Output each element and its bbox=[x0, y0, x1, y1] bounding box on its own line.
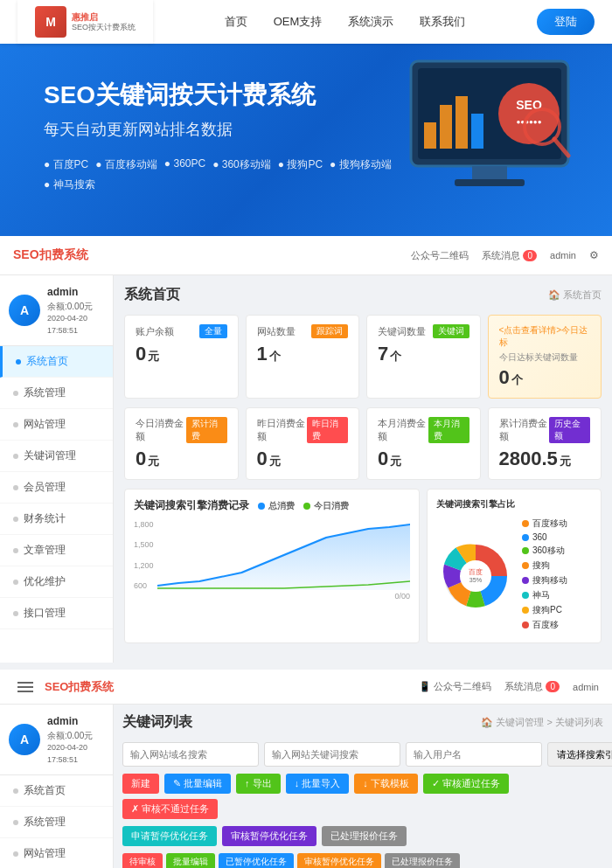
filter-batch[interactable]: 批量编辑 bbox=[166, 853, 215, 868]
menu-demo[interactable]: 系统演示 bbox=[348, 14, 393, 30]
sidebar-item-site[interactable]: 网站管理 bbox=[0, 409, 113, 441]
admin-label-2: admin bbox=[573, 682, 599, 692]
top-menu: 首页 OEM支持 系统演示 联系我们 bbox=[225, 14, 466, 30]
logo-area: M 惠推启 SEO按天计费系统 bbox=[17, 0, 153, 44]
btn-reject[interactable]: ✗ 审核不通过任务 bbox=[122, 799, 218, 819]
stat-sites: 网站数量 跟踪词 1个 bbox=[246, 315, 360, 399]
btn-approve[interactable]: ✓ 审核通过任务 bbox=[423, 774, 509, 794]
filter-pending[interactable]: 待审核 bbox=[122, 853, 163, 868]
dashboard-2: SEO扣费系统 📱 公众号二维码 系统消息 0 admin A admin 余额… bbox=[0, 670, 612, 868]
svg-text:●●●●●●: ●●●●●● bbox=[517, 118, 542, 126]
avatar-1: A bbox=[9, 295, 40, 326]
sidebar-item-member[interactable]: 会员管理 bbox=[0, 472, 113, 503]
line-chart-title: 关键词搜索引擎消费记录 总消费 今日消费 bbox=[134, 498, 410, 513]
pie-container: 百度 35% 百度移动 360 360移动 搜狗 搜狗移动 神马 搜狗PC 百度… bbox=[436, 517, 592, 634]
dash-logo-1: SEO扣费系统 bbox=[13, 247, 88, 263]
settings-icon[interactable]: ⚙ bbox=[589, 249, 599, 261]
kw-sidebar-site[interactable]: 网站管理 bbox=[0, 838, 113, 868]
dash-header-right-2: 📱 公众号二维码 系统消息 0 admin bbox=[419, 680, 599, 693]
keyword-search-input[interactable] bbox=[264, 742, 400, 767]
line-chart-svg bbox=[157, 520, 410, 590]
qr-label-2[interactable]: 📱 公众号二维码 bbox=[419, 680, 491, 693]
legend-total: 总消费 bbox=[258, 500, 295, 512]
qr-label[interactable]: 公众号二维码 bbox=[411, 249, 469, 262]
chart-area: 1,8001,5001,200600 bbox=[134, 520, 410, 590]
stat-special-label: <点击查看详情>今日达标 bbox=[499, 324, 591, 349]
top-navigation: M 惠推启 SEO按天计费系统 首页 OEM支持 系统演示 联系我们 登陆 bbox=[0, 0, 612, 44]
stat-special-value: 0个 bbox=[499, 366, 591, 389]
user-info-2: admin 余额:0.00元 2020-04-20 17:58:51 bbox=[47, 713, 104, 766]
btn-pause-opt[interactable]: 申请暂停优化任务 bbox=[122, 826, 217, 846]
stat-yesterday-cost: 昨日消费金额 昨日消费 0元 bbox=[246, 407, 360, 480]
stat-keywords: 关键词数量 关键词 7个 bbox=[366, 315, 481, 399]
btn-approve-pause[interactable]: 审核暂停优化任务 bbox=[222, 826, 316, 846]
bullet-2: 360PC bbox=[164, 157, 205, 172]
stat-today-cost: 今日消费金额 累计消费 0元 bbox=[124, 407, 239, 480]
notice-label[interactable]: 系统消息 0 bbox=[482, 249, 537, 262]
user-info-1: admin 余额:0.00元 2020-04-20 17:58:51 bbox=[47, 284, 104, 337]
dash-header-1: SEO扣费系统 公众号二维码 系统消息 0 admin ⚙ bbox=[0, 236, 612, 275]
logo-subtext: 惠推启 SEO按天计费系统 bbox=[72, 11, 136, 33]
notice-label-2[interactable]: 系统消息 0 bbox=[504, 680, 560, 693]
kw-page-title-bar: 关键词列表 🏠 关键词管理 > 关键词列表 bbox=[122, 713, 603, 732]
btn-processed-quote[interactable]: 已处理报价任务 bbox=[322, 826, 407, 846]
sidebar-item-finance[interactable]: 财务统计 bbox=[0, 503, 113, 535]
svg-rect-2 bbox=[424, 122, 436, 149]
legend-today: 今日消费 bbox=[303, 500, 349, 512]
sidebar-menu-1: 系统首页 系统管理 网站管理 关键词管理 会员管理 财务统计 文章管理 优化维护… bbox=[0, 346, 113, 629]
bullet-0: 百度PC bbox=[44, 157, 88, 172]
sidebar-item-api[interactable]: 接口管理 bbox=[0, 598, 113, 629]
btn-new[interactable]: 新建 bbox=[122, 774, 159, 794]
kw-sidebar-home[interactable]: 系统首页 bbox=[0, 775, 113, 807]
sidebar-item-sys[interactable]: 系统管理 bbox=[0, 378, 113, 409]
stat-balance-value: 0元 bbox=[136, 343, 227, 365]
btn-batch-edit[interactable]: ✎ 批量编辑 bbox=[164, 774, 231, 794]
toolbar-buttons-2: 申请暂停优化任务 审核暂停优化任务 已处理报价任务 bbox=[122, 826, 603, 846]
svg-rect-5 bbox=[471, 114, 483, 149]
kw-sidebar-sys[interactable]: 系统管理 bbox=[0, 807, 113, 838]
user-panel-2: A admin 余额:0.00元 2020-04-20 17:58:51 bbox=[0, 705, 113, 775]
page-title-bar-1: 系统首页 🏠 系统首页 bbox=[124, 286, 602, 304]
login-button[interactable]: 登陆 bbox=[537, 9, 595, 35]
sidebar-item-kw[interactable]: 关键词管理 bbox=[0, 441, 113, 472]
dash-header-right-1: 公众号二维码 系统消息 0 admin ⚙ bbox=[411, 249, 599, 262]
filter-done-quote[interactable]: 已处理报价任务 bbox=[385, 853, 460, 868]
stats-row-2: 今日消费金额 累计消费 0元 昨日消费金额 昨日消费 0元 本月消费金额 本月消 bbox=[124, 407, 602, 480]
filter-audit-pause[interactable]: 审核暂停优化任务 bbox=[297, 853, 381, 868]
bullet-3: 360移动端 bbox=[212, 157, 271, 172]
hero-section: SEO关键词按天计费系统 每天自动更新网站排名数据 百度PC 百度移动端 360… bbox=[0, 44, 612, 236]
menu-home[interactable]: 首页 bbox=[225, 14, 247, 30]
engine-select[interactable]: 请选择搜索引擎 bbox=[547, 742, 612, 767]
menu-contact[interactable]: 联系我们 bbox=[420, 14, 465, 30]
btn-export[interactable]: ↑ 导出 bbox=[236, 774, 281, 794]
btn-download-template[interactable]: ↓ 下载模板 bbox=[354, 774, 418, 794]
pie-legend: 百度移动 360 360移动 搜狗 搜狗移动 神马 搜狗PC 百度移 bbox=[522, 517, 567, 634]
kw-main-content: 关键词列表 🏠 关键词管理 > 关键词列表 请选择搜索引擎 🔍 新建 ✎ 批量编… bbox=[114, 705, 612, 868]
sidebar-item-home[interactable]: 系统首页 bbox=[0, 346, 113, 378]
sidebar-layout-2: A admin 余额:0.00元 2020-04-20 17:58:51 系统首… bbox=[0, 705, 612, 868]
filter-paused[interactable]: 已暂停优化任务 bbox=[219, 853, 294, 868]
admin-label-1: admin bbox=[550, 250, 576, 260]
dash-header-2: SEO扣费系统 📱 公众号二维码 系统消息 0 admin bbox=[0, 670, 612, 705]
search-row: 请选择搜索引擎 🔍 bbox=[122, 742, 603, 767]
hero-image: SEO ●●●●●● bbox=[393, 52, 586, 204]
sidebar-layout-1: A admin 余额:0.00元 2020-04-20 17:58:51 系统首… bbox=[0, 275, 612, 663]
svg-text:35%: 35% bbox=[469, 576, 483, 584]
filter-buttons: 待审核 批量编辑 已暂停优化任务 审核暂停优化任务 已处理报价任务 bbox=[122, 853, 603, 868]
breadcrumb-1: 🏠 系统首页 bbox=[548, 288, 602, 302]
menu-oem[interactable]: OEM支持 bbox=[274, 14, 323, 30]
hamburger-menu[interactable] bbox=[13, 677, 38, 697]
user-search-input[interactable] bbox=[406, 742, 542, 767]
bullet-4: 搜狗PC bbox=[278, 157, 323, 172]
stat-total-cost: 累计消费金额 历史金额 2800.5元 bbox=[488, 407, 602, 480]
sidebar-item-article[interactable]: 文章管理 bbox=[0, 535, 113, 566]
page-title-1: 系统首页 bbox=[124, 286, 180, 304]
sidebar-item-opt[interactable]: 优化维护 bbox=[0, 566, 113, 598]
stats-row-1: 账户余额 全量 0元 网站数量 跟踪词 1个 bbox=[124, 315, 602, 399]
main-content-1: 系统首页 🏠 系统首页 账户余额 全量 0元 bbox=[114, 275, 612, 663]
kw-page-title: 关键词列表 bbox=[122, 713, 192, 732]
x-label: 0/00 bbox=[134, 592, 410, 601]
btn-batch-import[interactable]: ↓ 批量导入 bbox=[286, 774, 350, 794]
line-chart-card: 关键词搜索引擎消费记录 总消费 今日消费 1,8001,5001,200600 bbox=[124, 489, 420, 643]
domain-search-input[interactable] bbox=[122, 742, 259, 767]
